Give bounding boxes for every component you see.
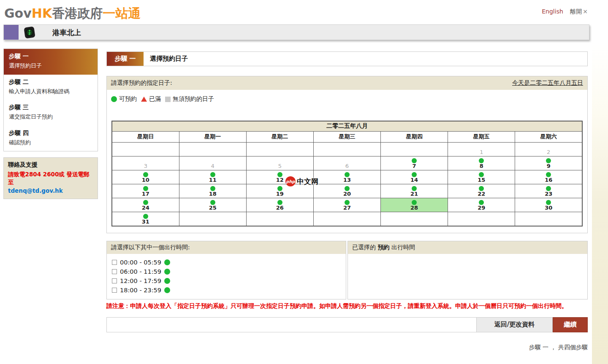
day-number: 2 — [515, 149, 582, 156]
weekday-header: 星期六 — [515, 132, 582, 143]
page-title: 選擇預約日子 — [150, 52, 188, 66]
day-number: 11 — [179, 177, 246, 183]
calendar-day-23[interactable]: 23 — [515, 184, 582, 198]
time-option-checkbox[interactable] — [112, 260, 117, 265]
time-option-checkbox[interactable] — [112, 269, 117, 274]
day-number: 28 — [381, 205, 448, 211]
time-option-2: 06:00 - 11:59 — [112, 267, 341, 276]
legend-label: 已滿 — [149, 95, 161, 103]
day-number: 29 — [448, 205, 515, 211]
day-number: 10 — [112, 177, 179, 183]
top-links: English 離開× — [542, 8, 588, 16]
calendar-day-6: 6 — [313, 156, 380, 170]
time-option-3: 12:00 - 17:59 — [112, 276, 341, 286]
calendar-day-7[interactable]: 7 — [381, 156, 448, 170]
step-label: 輸入申請人資料和驗證碼 — [9, 88, 92, 95]
calendar-day-empty — [112, 143, 179, 156]
calendar-day-26[interactable]: 26 — [246, 198, 313, 212]
step-label: 確認預約 — [9, 139, 92, 146]
calendar-day-10[interactable]: 10 — [112, 170, 179, 184]
calendar-day-9[interactable]: 9 — [515, 156, 582, 170]
day-number: 9 — [515, 163, 582, 170]
day-number: 20 — [314, 191, 380, 197]
calendar-day-14[interactable]: 14 — [381, 170, 448, 184]
day-number: 21 — [381, 191, 448, 197]
close-icon: × — [583, 8, 588, 15]
calendar-day-20[interactable]: 20 — [313, 184, 380, 198]
calendar-day-21[interactable]: 21 — [381, 184, 448, 198]
legend-item: 可預約 — [111, 95, 137, 103]
day-number: 7 — [381, 163, 448, 170]
service-title: 港車北上 — [52, 28, 81, 38]
weekday-header: 星期四 — [381, 132, 448, 143]
calendar-day-29[interactable]: 29 — [448, 198, 515, 212]
legend-label: 可預約 — [119, 95, 137, 103]
step-badge: 步驟 一 — [107, 52, 144, 66]
calendar-day-empty — [179, 143, 246, 156]
calendar-day-17[interactable]: 17 — [112, 184, 179, 198]
calendar-day-24[interactable]: 24 — [112, 198, 179, 212]
available-dot-icon — [164, 259, 170, 265]
time-options-panel: 請選擇以下其中一個出行時間: 00:00 - 05:5906:00 - 11:5… — [106, 241, 346, 299]
continue-button[interactable]: 繼續 — [553, 317, 588, 332]
time-option-label: 12:00 - 17:59 — [120, 278, 161, 284]
logo-hk: HK — [32, 6, 52, 21]
booking-calendar: 二零二五年八月 星期日星期一星期二星期三星期四星期五星期六 1234567891… — [111, 121, 583, 226]
calendar-day-empty — [381, 143, 448, 156]
time-option-checkbox[interactable] — [112, 278, 117, 283]
available-dot-icon — [164, 269, 170, 275]
today-date-link[interactable]: 今天是二零二五年八月五日 — [512, 79, 583, 87]
day-number: 16 — [515, 177, 582, 183]
day-number: 8 — [448, 163, 515, 170]
page: GovHK香港政府一站通 English 離開× 港車北上 步驟 一選擇預約日子… — [0, 0, 608, 364]
available-dot-icon — [164, 278, 170, 284]
day-number: 6 — [314, 163, 380, 170]
calendar-panel: 請選擇預約的指定日子: 今天是二零二五年八月五日 可預約已滿無須預約的日子 二零… — [106, 76, 588, 233]
calendar-day-25[interactable]: 25 — [179, 198, 246, 212]
contact-email-link[interactable]: tdenq@td.gov.hk — [8, 187, 63, 194]
calendar-prompt: 請選擇預約的指定日子: — [111, 79, 172, 87]
gray-square-icon — [165, 97, 171, 102]
calendar-day-27[interactable]: 27 — [313, 198, 380, 212]
day-number: 30 — [515, 205, 582, 211]
calendar-day-30[interactable]: 30 — [515, 198, 582, 212]
time-option-checkbox[interactable] — [112, 288, 117, 293]
day-number: 13 — [314, 177, 380, 183]
calendar-day-15[interactable]: 15 — [448, 170, 515, 184]
calendar-day-28[interactable]: 28 — [381, 198, 448, 212]
day-number: 31 — [112, 219, 179, 225]
day-number: 5 — [247, 163, 313, 170]
calendar-day-11[interactable]: 11 — [179, 170, 246, 184]
english-language-link[interactable]: English — [542, 8, 563, 15]
weekday-header: 星期一 — [179, 132, 246, 143]
time-option-1: 00:00 - 05:59 — [112, 258, 341, 267]
day-number: 18 — [179, 191, 246, 197]
calendar-day-8[interactable]: 8 — [448, 156, 515, 170]
time-selection-row: 請選擇以下其中一個出行時間: 00:00 - 05:5906:00 - 11:5… — [106, 241, 588, 299]
sidebar-step-1: 步驟 一選擇預約日子 — [4, 49, 98, 75]
time-option-label: 00:00 - 05:59 — [120, 259, 161, 266]
calendar-day-16[interactable]: 16 — [515, 170, 582, 184]
steps-nav: 步驟 一選擇預約日子步驟 二輸入申請人資料和驗證碼步驟 三遞交指定日子預約步驟 … — [3, 49, 98, 151]
button-bar: 返回/更改資料 繼續 — [106, 317, 588, 332]
calendar-day-31[interactable]: 31 — [112, 212, 179, 226]
exit-link[interactable]: 離開× — [570, 8, 588, 15]
time-option-4: 18:00 - 23:59 — [112, 286, 341, 295]
calendar-day-22[interactable]: 22 — [448, 184, 515, 198]
calendar-day-empty — [313, 212, 380, 226]
main-content: 步驟 一 選擇預約日子 請選擇預約的指定日子: 今天是二零二五年八月五日 可預約… — [106, 51, 588, 351]
time-option-label: 18:00 - 23:59 — [120, 287, 161, 294]
calendar-day-empty — [179, 212, 246, 226]
calendar-day-13[interactable]: 13 — [313, 170, 380, 184]
calendar-day-2: 2 — [515, 143, 582, 156]
calendar-day-empty — [381, 212, 448, 226]
legend-item: 已滿 — [141, 95, 161, 103]
contact-phone-text: 請致電2804 2600或 發送電郵至 — [8, 170, 93, 186]
time-options-list: 00:00 - 05:5906:00 - 11:5912:00 - 17:591… — [107, 254, 346, 299]
calendar-day-18[interactable]: 18 — [179, 184, 246, 198]
legend-label: 無須預約的日子 — [173, 95, 214, 103]
calendar-day-empty — [313, 143, 380, 156]
back-change-button[interactable]: 返回/更改資料 — [477, 317, 553, 332]
watermark: php 中文网 — [285, 176, 318, 186]
legend-item: 無須預約的日子 — [165, 95, 214, 103]
